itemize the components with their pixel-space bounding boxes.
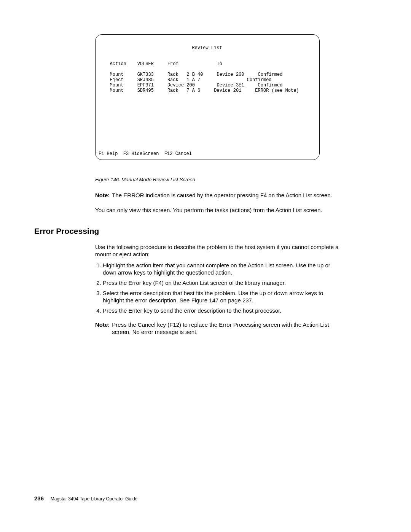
- terminal-row: Mount EPF371 Device 200 Device 3E1 Confi…: [102, 83, 282, 88]
- terminal-row: Mount SDR495 Rack 7 A 6 Device 201 ERROR…: [102, 88, 299, 93]
- book-title: Magstar 3494 Tape Library Operator Guide: [51, 496, 138, 502]
- terminal-row: Eject SRJ485 Rack 1 A 7 Confirmed: [102, 77, 272, 83]
- list-item: Highlight the action item that you canno…: [103, 262, 339, 276]
- note-text: Press the Cancel key (F12) to replace th…: [112, 321, 339, 335]
- note-label: Note:: [95, 321, 110, 335]
- terminal-title: Review List: [102, 45, 312, 51]
- note-block: Note: Press the Cancel key (F12) to repl…: [95, 321, 339, 335]
- list-item: Select the error description that best f…: [103, 289, 339, 304]
- section-heading: Error Processing: [34, 227, 373, 236]
- terminal-row: Mount GKT333 Rack 2 B 40 Device 200 Conf…: [102, 72, 282, 77]
- paragraph: Use the following procedure to describe …: [95, 243, 339, 258]
- note-label: Note:: [95, 192, 110, 199]
- figure-caption: Figure 146. Manual Mode Review List Scre…: [95, 177, 320, 182]
- page-footer: 236 Magstar 3494 Tape Library Operator G…: [34, 495, 137, 502]
- list-item: Press the Enter key to send the error de…: [103, 307, 339, 314]
- procedure-list: Highlight the action item that you canno…: [95, 262, 339, 314]
- page-number: 236: [34, 495, 44, 502]
- figure-area: Review List Action VOLSER From To Mount …: [95, 34, 320, 182]
- terminal-function-keys: F1=Help F3=HideScreen F12=Cancel: [99, 151, 192, 157]
- note-text: The ERROR indication is caused by the op…: [112, 192, 332, 199]
- note-block: Note: The ERROR indication is caused by …: [95, 192, 339, 199]
- terminal-header: Action VOLSER From To: [102, 61, 222, 67]
- review-list-terminal: Review List Action VOLSER From To Mount …: [95, 34, 320, 160]
- list-item: Press the Error key (F4) on the Action L…: [103, 279, 339, 286]
- paragraph: You can only view this screen. You perfo…: [95, 206, 339, 214]
